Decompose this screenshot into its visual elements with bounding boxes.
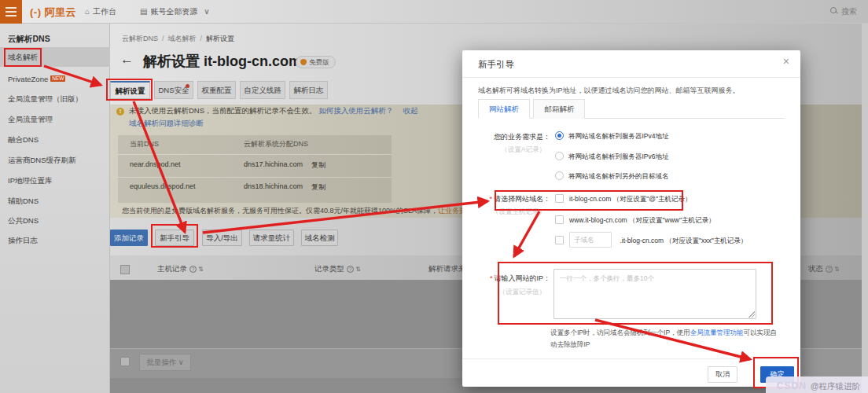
request-stats-button[interactable]: 请求量统计: [249, 230, 294, 246]
help-icon[interactable]: ?: [826, 266, 833, 273]
chevron-down-icon: ∨: [204, 7, 209, 16]
sort-icon[interactable]: ⇅: [834, 266, 840, 273]
sidebar-item-domain-resolution[interactable]: 域名解析: [0, 47, 110, 67]
domain-check-button[interactable]: 域名检测: [301, 230, 338, 246]
checkbox-www-domain[interactable]: www.it-blog-cn.com （对应设置"www"主机记录）: [555, 215, 715, 226]
help-icon[interactable]: ?: [189, 266, 197, 273]
checkbox-root-domain[interactable]: it-blog-cn.com （对应设置"@"主机记录）: [555, 194, 691, 204]
tab-custom-lines[interactable]: 自定义线路: [240, 81, 285, 99]
sidebar-item-gtm-legacy[interactable]: 全局流量管理（旧版）: [0, 90, 110, 108]
website-ip-textarea[interactable]: [554, 269, 756, 319]
close-icon[interactable]: ×: [783, 55, 789, 68]
sidebar-item-converged-dns[interactable]: 融合DNS: [0, 131, 110, 149]
cancel-button[interactable]: 取消: [708, 366, 737, 383]
select-domain-hint: （设置主机记录）: [462, 208, 546, 217]
workbench-link[interactable]: ⌂工作台: [85, 0, 116, 24]
plan-badge[interactable]: 免费版: [296, 56, 336, 68]
radio-icon[interactable]: [555, 171, 564, 180]
gtm-feature-link[interactable]: 全局流量管理功能: [690, 329, 744, 336]
dns-assigned-value: dns18.hichina.com: [244, 182, 303, 190]
sort-icon[interactable]: ⇅: [355, 266, 361, 273]
checkbox-icon[interactable]: [555, 194, 564, 203]
radio-ipv4[interactable]: 将网站域名解析到服务器IPv4地址: [555, 131, 669, 141]
add-record-button[interactable]: 添加记录: [110, 230, 148, 246]
col-status: 状态?⇅: [808, 264, 840, 274]
website-ip-label: *请输入网站的IP：: [462, 274, 550, 284]
watermark-brand: CSDN: [777, 380, 807, 391]
checkbox-icon[interactable]: [555, 215, 564, 224]
page-title: 解析设置 it-blog-cn.com: [143, 52, 301, 71]
radio-selected-icon[interactable]: [555, 131, 564, 140]
website-ip-hint: （设置记录值）: [462, 288, 546, 297]
radio-icon[interactable]: [555, 152, 564, 160]
resize-handle[interactable]: [748, 311, 755, 318]
tab-website-resolution[interactable]: 网站解析: [478, 99, 530, 119]
dns-col-current: 当前DNS: [130, 139, 159, 149]
sidebar-item-gtm[interactable]: 全局流量管理: [0, 111, 110, 128]
required-asterisk: *: [490, 274, 493, 282]
col-record-type: 记录类型?⇅: [314, 264, 361, 274]
breadcrumb-item[interactable]: 云解析DNS: [122, 35, 158, 42]
collapse-link[interactable]: 收起: [403, 106, 418, 115]
diagnose-link[interactable]: 域名解析问题详细诊断: [129, 119, 204, 127]
business-need-hint: （设置A记录）: [462, 145, 546, 155]
col-host-record: 主机记录?⇅: [157, 264, 204, 274]
breadcrumb: 云解析DNS/域名解析/解析设置: [122, 34, 234, 44]
topbar: (-) 阿里云 ⌂工作台 ▤账号全部资源 ∨ 搜索: [0, 0, 868, 24]
checkbox-icon[interactable]: [555, 236, 564, 244]
modal-tabs: 网站解析 邮箱解析: [478, 99, 785, 119]
checkbox-sub-domain[interactable]: .it-blog-cn.com （对应设置"xxx"主机记录）: [555, 236, 747, 246]
help-icon[interactable]: ?: [347, 266, 354, 273]
search-icon: [830, 7, 838, 15]
csdn-watermark: CSDN@程序猿进阶: [766, 376, 868, 393]
how-to-access-link[interactable]: 如何接入使用云解析？: [318, 106, 393, 115]
modal-title: 新手引导: [478, 59, 514, 71]
dns-current-value: near.dnspod.net: [130, 160, 181, 168]
business-need-label: 您的业务需求是：: [462, 132, 550, 142]
tab-weight-config[interactable]: 权重配置: [197, 81, 236, 99]
tab-resolution-log[interactable]: 解析日志: [289, 81, 328, 99]
sidebar-item-public-dns[interactable]: 公共DNS: [0, 212, 110, 230]
sidebar-item-ip-geo[interactable]: IP地理位置库: [0, 172, 110, 189]
shield-icon: [300, 59, 307, 65]
copy-link[interactable]: 复制: [311, 182, 326, 193]
new-badge: NEW: [50, 75, 65, 82]
notification-dot: [186, 84, 189, 88]
dns-col-assigned: 云解析系统分配DNS: [244, 139, 308, 149]
notice-text: 未接入使用云解析DNS，当前配置的解析记录不会生效。 如何接入使用云解析？ 收起: [129, 106, 418, 116]
tab-email-resolution[interactable]: 邮箱解析: [533, 99, 585, 119]
warning-icon: !: [116, 108, 124, 116]
subdomain-input[interactable]: [569, 232, 612, 248]
batch-operation-button[interactable]: 批量操作 ∨: [139, 354, 191, 371]
home-icon: ⌂: [85, 7, 90, 16]
menu-icon[interactable]: [0, 0, 22, 24]
copy-link[interactable]: 复制: [311, 160, 326, 171]
dns-current-value: equuleus.dnspod.net: [130, 182, 196, 190]
breadcrumb-item[interactable]: 域名解析: [168, 35, 197, 42]
sidebar-item-secondary-dns[interactable]: 辅助DNS: [0, 193, 110, 210]
tab-dns-security[interactable]: DNS安全: [154, 81, 193, 99]
brand-logo: (-) 阿里云: [30, 6, 76, 20]
radio-ipv6[interactable]: 将网站域名解析到服务器IPv6地址: [555, 152, 669, 162]
radio-cname[interactable]: 将网站域名解析到另外的目标域名: [555, 171, 669, 182]
beginner-guide-modal: 新手引导 × 域名解析可将域名转换为IP地址，以便通过域名访问您的网站、邮箱等互…: [462, 50, 800, 387]
back-arrow-icon[interactable]: ←: [120, 52, 134, 68]
watermark-author: @程序猿进阶: [811, 381, 860, 391]
sidebar: 云解析DNS 域名解析 PrivateZoneNEW 全局流量管理（旧版） 全局…: [0, 24, 110, 393]
import-export-button[interactable]: 导入/导出: [202, 230, 242, 246]
tab-resolution-settings[interactable]: 解析设置: [110, 81, 150, 99]
sidebar-item-isp-cache-refresh[interactable]: 运营商DNS缓存刷新: [0, 152, 110, 169]
account-resources-dropdown[interactable]: ▤账号全部资源 ∨: [140, 0, 213, 24]
select-domain-label: *请选择网站域名：: [462, 194, 550, 204]
scrollbar[interactable]: [862, 24, 868, 393]
batch-select-checkbox[interactable]: [120, 357, 130, 366]
search-trigger[interactable]: 搜索: [830, 0, 857, 24]
chevron-down-icon: ∨: [178, 358, 184, 366]
sort-icon[interactable]: ⇅: [198, 266, 204, 273]
select-all-checkbox[interactable]: [120, 265, 130, 274]
sidebar-item-privatezone[interactable]: PrivateZoneNEW: [0, 71, 110, 88]
beginner-guide-button[interactable]: 新手引导: [155, 230, 194, 246]
sidebar-item-operation-log[interactable]: 操作日志: [0, 232, 110, 249]
subdomain-suffix: .it-blog-cn.com （对应设置"xxx"主机记录）: [620, 237, 747, 244]
modal-description: 域名解析可将域名转换为IP地址，以便通过域名访问您的网站、邮箱等互联网服务。: [478, 86, 740, 96]
